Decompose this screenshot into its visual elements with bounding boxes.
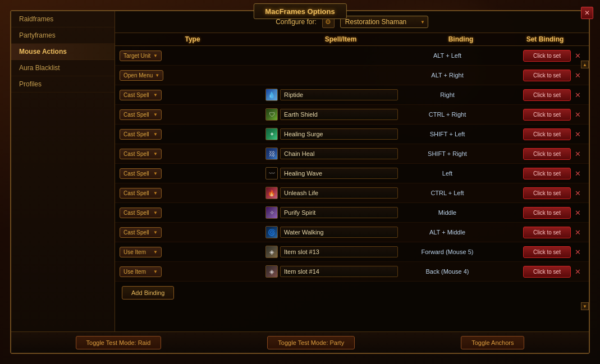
binding-cell: Forward (Mouse 5) [402, 248, 492, 255]
spell-input[interactable] [280, 148, 398, 159]
config-label: Configure for: [276, 18, 317, 26]
remove-binding-button[interactable]: ✕ [572, 90, 583, 100]
dropdown-arrow-icon: ▼ [153, 93, 158, 98]
remove-binding-button[interactable]: ✕ [572, 149, 583, 159]
action-type-button[interactable]: Cast Spell▼ [120, 129, 162, 140]
action-type-button[interactable]: Use Item▼ [120, 266, 162, 277]
spell-icon: 🌀 [265, 226, 278, 238]
set-binding-button[interactable]: Click to set [523, 187, 571, 199]
spell-input[interactable] [280, 128, 398, 140]
bottom-bar: Toggle Test Mode: Raid Toggle Test Mode:… [11, 331, 589, 353]
spell-input[interactable] [280, 246, 398, 257]
spell-input[interactable] [280, 207, 398, 218]
remove-binding-button[interactable]: ✕ [572, 188, 583, 199]
table-row: Use Item▼◈Forward (Mouse 5)Click to set✕ [115, 242, 589, 262]
spell-cell: ✧ [265, 206, 402, 219]
remove-binding-button[interactable]: ✕ [572, 50, 583, 61]
spell-input[interactable] [280, 227, 398, 238]
spell-input[interactable] [280, 266, 398, 277]
type-cell: Cast Spell▼ [120, 168, 265, 179]
remove-binding-button[interactable]: ✕ [572, 109, 583, 120]
set-binding-button[interactable]: Click to set [523, 50, 571, 62]
close-button[interactable]: ✕ [581, 7, 593, 19]
set-binding-button[interactable]: Click to set [523, 207, 571, 219]
action-type-button[interactable]: Target Unit▼ [120, 50, 162, 61]
add-binding-row: Add Binding [115, 282, 589, 304]
column-headers: Type Spell/Item Binding Set Binding [115, 33, 589, 46]
spell-input[interactable] [280, 168, 398, 179]
table-row: Use Item▼◈Back (Mouse 4)Click to set✕ [115, 262, 589, 282]
remove-binding-button[interactable]: ✕ [572, 227, 583, 238]
toggle-anchors-button[interactable]: Toggle Anchors [461, 336, 524, 349]
binding-cell: CTRL + Left [402, 190, 492, 196]
spell-input[interactable] [280, 89, 398, 100]
table-row: Cast Spell▼✧MiddleClick to set✕ [115, 203, 589, 223]
spell-input[interactable] [280, 187, 398, 199]
set-binding-button[interactable]: Click to set [523, 266, 571, 278]
action-type-button[interactable]: Cast Spell▼ [120, 188, 162, 199]
table-row: Cast Spell▼⛓SHIFT + RightClick to set✕ [115, 144, 589, 164]
remove-binding-button[interactable]: ✕ [572, 129, 583, 140]
set-binding-cell: Click to set [492, 246, 571, 258]
scroll-down-button[interactable]: ▼ [581, 302, 589, 310]
sidebar-item-mouse-actions[interactable]: Mouse Actions [11, 44, 114, 60]
toggle-test-mode-party-button[interactable]: Toggle Test Mode: Party [267, 336, 355, 349]
action-type-button[interactable]: Cast Spell▼ [120, 168, 162, 179]
spell-cell: 💧 [265, 89, 402, 101]
set-binding-cell: Click to set [492, 227, 571, 238]
action-type-button[interactable]: Cast Spell▼ [120, 227, 162, 238]
sidebar-item-aura-blacklist[interactable]: Aura Blacklist [11, 60, 114, 76]
x-cell: ✕ [571, 50, 584, 61]
type-cell: Cast Spell▼ [120, 208, 265, 218]
action-type-button[interactable]: Cast Spell▼ [120, 90, 162, 100]
table-row: Open Menu▼ALT + RightClick to set✕ [115, 66, 589, 85]
set-binding-button[interactable]: Click to set [523, 168, 571, 179]
set-binding-button[interactable]: Click to set [523, 89, 571, 101]
remove-binding-button[interactable]: ✕ [572, 70, 583, 81]
action-type-button[interactable]: Cast Spell▼ [120, 208, 162, 218]
sidebar-item-profiles[interactable]: Profiles [11, 76, 114, 93]
set-binding-button[interactable]: Click to set [523, 70, 571, 81]
type-cell: Open Menu▼ [120, 70, 265, 81]
set-binding-button[interactable]: Click to set [523, 109, 571, 121]
set-binding-button[interactable]: Click to set [523, 246, 571, 258]
sidebar-item-partyframes[interactable]: Partyframes [11, 27, 114, 44]
remove-binding-button[interactable]: ✕ [572, 208, 583, 218]
col-type: Type [120, 35, 265, 43]
type-cell: Use Item▼ [120, 266, 265, 277]
type-cell: Target Unit▼ [120, 50, 265, 61]
config-bar: Configure for: ⚙ Restoration Shaman Enha… [115, 11, 589, 33]
action-type-button[interactable]: Cast Spell▼ [120, 149, 162, 159]
rows-area: Target Unit▼ALT + LeftClick to set✕Open … [115, 46, 589, 317]
set-binding-cell: Click to set [492, 266, 571, 278]
binding-cell: ALT + Middle [402, 229, 492, 236]
spell-cell: 〰 [265, 167, 402, 179]
set-binding-button[interactable]: Click to set [523, 128, 571, 140]
sidebar-item-raidframes[interactable]: Raidframes [11, 11, 114, 27]
action-type-button[interactable]: Open Menu▼ [120, 70, 163, 81]
table-row: Target Unit▼ALT + LeftClick to set✕ [115, 46, 589, 66]
binding-cell: Middle [402, 209, 492, 216]
remove-binding-button[interactable]: ✕ [572, 266, 583, 277]
set-binding-button[interactable]: Click to set [523, 148, 571, 160]
set-binding-button[interactable]: Click to set [523, 227, 571, 238]
dropdown-arrow-icon: ▼ [153, 250, 158, 255]
spell-cell: ◈ [265, 265, 402, 278]
table-row: Cast Spell▼〰LeftClick to set✕ [115, 164, 589, 183]
x-cell: ✕ [571, 70, 584, 81]
dropdown-arrow-icon: ▼ [153, 151, 158, 156]
add-binding-button[interactable]: Add Binding [122, 286, 174, 300]
action-type-button[interactable]: Cast Spell▼ [120, 109, 162, 120]
type-cell: Use Item▼ [120, 247, 265, 257]
spec-select[interactable]: Restoration Shaman Enhancement Shaman El… [340, 16, 428, 28]
action-type-button[interactable]: Use Item▼ [120, 247, 162, 257]
scroll-up-button[interactable]: ▲ [581, 61, 589, 68]
main-window: MacFrames Options ✕ Raidframes Partyfram… [10, 10, 590, 354]
toggle-test-mode-raid-button[interactable]: Toggle Test Mode: Raid [76, 336, 162, 349]
spell-input[interactable] [280, 109, 398, 120]
table-row: Cast Spell▼🔥CTRL + LeftClick to set✕ [115, 183, 589, 203]
x-cell: ✕ [571, 188, 584, 199]
type-cell: Cast Spell▼ [120, 149, 265, 159]
remove-binding-button[interactable]: ✕ [572, 247, 583, 257]
remove-binding-button[interactable]: ✕ [572, 168, 583, 179]
